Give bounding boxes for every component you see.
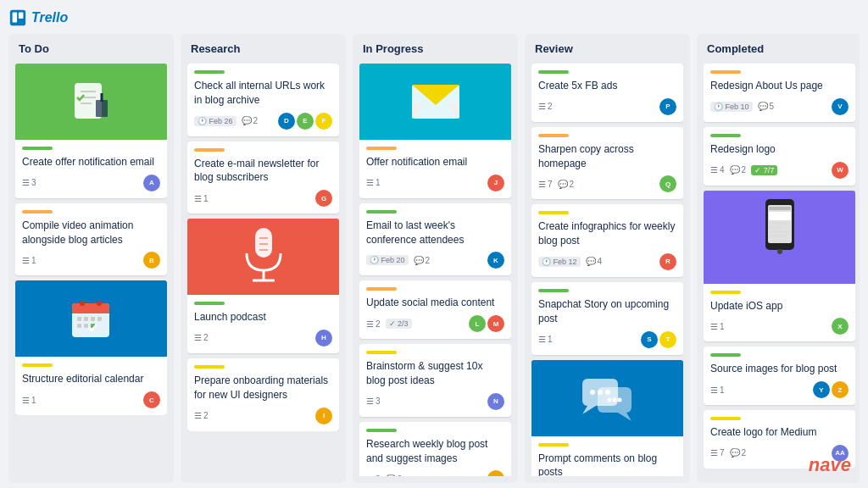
column-title: In Progress	[359, 41, 511, 57]
card[interactable]: Create 5x FB ads ☰2P	[531, 64, 683, 122]
card[interactable]: Sharpen copy across homepage ☰7💬2Q	[531, 127, 683, 200]
checklist-meta: ☰2	[194, 411, 209, 420]
card[interactable]: Compile video animation alongside blog a…	[15, 203, 167, 276]
cards-container: Offer notification email ☰1J Email to la…	[359, 64, 511, 476]
card[interactable]: Create offer notification email ☰3A	[15, 64, 167, 198]
avatar: B	[143, 252, 160, 269]
card[interactable]: Create e-mail newsletter for blog subscr…	[187, 141, 339, 214]
avatar: P	[659, 98, 676, 115]
card-title: Prepare onboarding materials for new UI …	[194, 374, 332, 402]
card[interactable]: Email to last week's conference attendee…	[359, 203, 511, 276]
card-title: Compile video animation alongside blog a…	[22, 219, 160, 247]
avatar: I	[315, 408, 332, 424]
column-title: Review	[531, 41, 683, 57]
avatar: Q	[659, 175, 676, 192]
column-title: Research	[187, 41, 339, 57]
avatar: T	[659, 331, 676, 348]
card[interactable]: Research weekly blog post and suggest im…	[359, 422, 511, 476]
checklist-meta: ☰4	[710, 165, 725, 175]
card-title: Email to last week's conference attendee…	[366, 219, 504, 247]
avatar: C	[143, 391, 160, 408]
header: Trello	[8, 8, 860, 27]
checklist-meta: ☰1	[710, 322, 725, 331]
avatar: M	[487, 315, 504, 332]
avatars: ST	[641, 331, 676, 348]
comments-meta: 💬6	[386, 474, 403, 476]
card[interactable]: Snapchat Story on upcoming post ☰1ST	[531, 282, 683, 355]
card[interactable]: Check all internal URLs work in blog arc…	[187, 64, 339, 136]
checklist-meta: ☰3	[366, 474, 381, 476]
avatar: O	[487, 470, 504, 476]
svg-rect-21	[255, 228, 272, 258]
date-badge: 🕐 Feb 10	[710, 102, 753, 112]
comments-meta: 💬2	[730, 165, 747, 175]
avatar: X	[832, 318, 849, 335]
comments-meta: 💬2	[414, 256, 431, 265]
svg-point-39	[612, 398, 616, 402]
card[interactable]: Redesign About Us page 🕐 Feb 10💬5V	[704, 64, 855, 122]
cards-container: Create offer notification email ☰3A Comp…	[15, 64, 167, 415]
card[interactable]: Source images for blog post ☰1YZ	[704, 347, 855, 405]
nave-label: nave	[809, 454, 851, 476]
card[interactable]: Offer notification email ☰1J	[359, 64, 511, 198]
svg-point-12	[80, 301, 85, 306]
svg-marker-37	[618, 413, 632, 421]
card-title: Structure editorial calendar	[22, 372, 160, 386]
avatar: A	[143, 175, 160, 191]
avatar: Y	[813, 381, 830, 398]
avatar: L	[469, 315, 486, 332]
svg-rect-18	[77, 324, 81, 328]
avatar: N	[487, 393, 504, 410]
checklist-badge: ✓ 2/3	[386, 319, 412, 329]
card-title: Check all internal URLs work in blog arc…	[194, 79, 332, 108]
card-title: Redesign logo	[710, 142, 849, 157]
column-inprogress: In Progress Offer notification email ☰1J…	[353, 34, 518, 483]
avatar: H	[315, 330, 332, 347]
svg-rect-15	[84, 317, 88, 321]
card[interactable]: Prepare onboarding materials for new UI …	[187, 358, 339, 431]
avatar: K	[487, 252, 504, 269]
avatars: YZ	[813, 381, 849, 398]
comments-meta: 💬5	[758, 102, 775, 111]
svg-point-38	[607, 398, 611, 402]
svg-point-43	[777, 249, 782, 254]
comments-meta: 💬4	[586, 257, 603, 266]
card-title: Update social media content	[366, 296, 504, 310]
checklist-meta: ☰2	[538, 102, 553, 111]
card-title: Source images for blog post	[710, 362, 849, 376]
column-title: To Do	[15, 41, 167, 57]
avatar: S	[641, 331, 658, 348]
svg-rect-7	[96, 100, 108, 117]
comments-meta: 💬2	[730, 448, 747, 458]
card-title: Snapchat Story on upcoming post	[538, 297, 676, 326]
card[interactable]: Update social media content ☰2✓ 2/3LM	[359, 280, 511, 339]
comments-meta: 💬2	[558, 180, 575, 189]
svg-rect-1	[13, 13, 17, 23]
card[interactable]: Create infographics for weekly blog post…	[531, 204, 683, 277]
logo-text: Trello	[31, 10, 68, 25]
avatar: E	[297, 113, 314, 130]
column-completed: Completed Redesign About Us page 🕐 Feb 1…	[697, 34, 860, 483]
checklist-meta: ☰1	[538, 335, 553, 344]
card[interactable]: Structure editorial calendar ☰1C	[15, 280, 167, 415]
card-title: Launch podcast	[194, 310, 332, 324]
card-title: Redesign About Us page	[710, 79, 849, 93]
checklist-meta: ☰1	[22, 396, 36, 405]
svg-rect-47	[769, 226, 782, 229]
card-title: Create offer notification email	[22, 155, 160, 169]
avatar: D	[278, 113, 295, 130]
avatars: DEF	[278, 113, 332, 130]
comments-meta: 💬2	[242, 116, 259, 125]
card[interactable]: Prompt comments on blog posts ☰1U	[531, 360, 683, 476]
avatar: V	[832, 98, 849, 115]
cards-container: Check all internal URLs work in blog arc…	[187, 64, 339, 431]
checklist-meta: ☰1	[710, 385, 725, 395]
card[interactable]: Brainstorm & suggest 10x blog post ideas…	[359, 344, 511, 417]
card[interactable]: Update iOS app ☰1X	[704, 191, 855, 342]
avatars: LM	[469, 315, 504, 332]
card[interactable]: Redesign logo ☰4💬2✓ 7/7W	[704, 127, 855, 186]
card-title: Research weekly blog post and suggest im…	[366, 437, 504, 466]
trello-logo[interactable]: Trello	[8, 8, 68, 27]
column-title: Completed	[704, 41, 855, 57]
card[interactable]: Launch podcast ☰2H	[187, 219, 339, 353]
